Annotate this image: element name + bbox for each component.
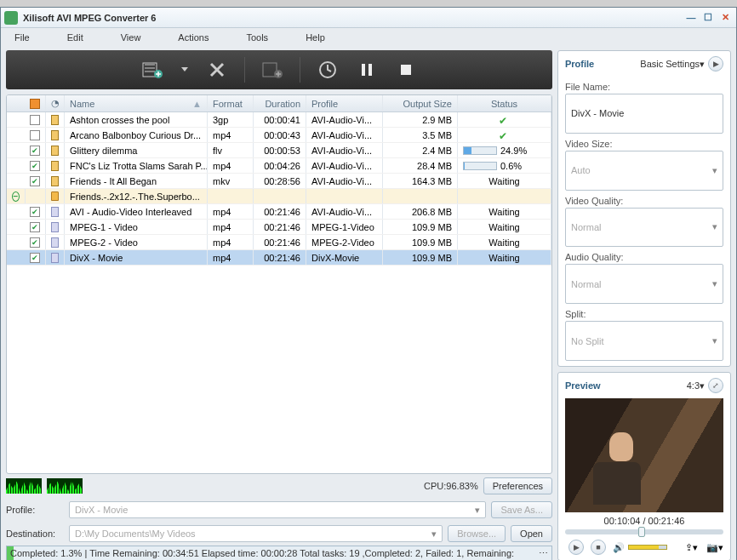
- preview-seek-slider[interactable]: [565, 529, 723, 534]
- minimize-button[interactable]: —: [683, 11, 699, 25]
- video-size-label: Video Size:: [565, 139, 723, 149]
- preview-expand-button[interactable]: ⤢: [708, 378, 723, 393]
- col-status-header[interactable]: Status: [458, 95, 551, 111]
- preview-panel: Preview 4:3▾ ⤢ 00:10:04 / 00:21:46 ▶ ■ 🔊…: [557, 372, 731, 560]
- app-icon: [4, 11, 18, 25]
- file-icon: [51, 176, 59, 186]
- row-name: DivX - Movie: [65, 250, 208, 265]
- profile-icon: [51, 207, 59, 217]
- row-checkbox[interactable]: [30, 176, 40, 186]
- menu-actions[interactable]: Actions: [178, 32, 209, 43]
- col-icon-header[interactable]: ◔: [46, 95, 65, 111]
- save-as-button[interactable]: Save As...: [491, 501, 552, 518]
- svg-rect-7: [401, 65, 411, 75]
- col-format-header[interactable]: Format: [208, 95, 254, 111]
- menubar: File Edit View Actions Tools Help: [1, 28, 736, 47]
- cpu-graph-icon: [47, 478, 83, 494]
- volume-icon[interactable]: 🔊: [613, 542, 625, 553]
- row-checkbox[interactable]: [30, 222, 40, 232]
- table-row[interactable]: FNC's Liz Trotta Slams Sarah P...mp400:0…: [7, 158, 551, 174]
- profile-icon: [51, 253, 59, 263]
- table-row[interactable]: MPEG-2 - Videomp400:21:46MPEG-2-Video109…: [7, 235, 551, 250]
- destination-combo[interactable]: D:\My Documents\My Videos▾: [69, 525, 443, 542]
- convert-button[interactable]: [316, 58, 340, 82]
- preview-stop-button[interactable]: ■: [591, 540, 606, 555]
- table-row[interactable]: MPEG-1 - Videomp400:21:46MPEG-1-Video109…: [7, 220, 551, 235]
- destination-label: Destination:: [6, 529, 64, 539]
- row-checkbox[interactable]: [30, 130, 40, 140]
- profile-panel: Profile Basic Settings▾ ▶ File Name: Div…: [557, 50, 731, 367]
- profile-mode-selector[interactable]: Basic Settings▾: [640, 59, 705, 70]
- video-size-combo[interactable]: Auto▾: [565, 151, 723, 191]
- open-button[interactable]: Open: [511, 525, 552, 542]
- file-icon: [51, 146, 59, 156]
- audio-quality-combo[interactable]: Normal▾: [565, 264, 723, 304]
- close-button[interactable]: ✕: [717, 11, 733, 25]
- row-name: Glittery dilemma: [65, 143, 208, 157]
- row-name: Arcano Balbonboy Curious Dr...: [65, 128, 208, 142]
- col-duration-header[interactable]: Duration: [254, 95, 306, 111]
- row-name: AVI - Audio-Video Interleaved: [65, 204, 208, 219]
- select-all-checkbox[interactable]: [30, 99, 40, 109]
- snapshot-icon[interactable]: 📷▾: [706, 542, 723, 553]
- row-checkbox[interactable]: [30, 161, 40, 171]
- profile-next-button[interactable]: ▶: [708, 56, 723, 71]
- add-file-button[interactable]: [140, 58, 164, 82]
- browse-button[interactable]: Browse...: [448, 525, 506, 542]
- check-icon: ✔: [499, 130, 511, 140]
- svg-rect-6: [368, 64, 372, 76]
- profile-combo[interactable]: DivX - Movie▾: [69, 501, 486, 518]
- maximize-button[interactable]: ☐: [700, 11, 716, 25]
- table-row[interactable]: Arcano Balbonboy Curious Dr...mp400:00:4…: [7, 128, 551, 143]
- preview-time: 00:10:04 / 00:21:46: [565, 516, 723, 526]
- split-combo[interactable]: No Split▾: [565, 321, 723, 361]
- row-name: Friends.-.2x12.-.The.Superbo...: [65, 189, 208, 203]
- cpu-row: CPU:96.83% Preferences: [6, 474, 552, 498]
- row-checkbox[interactable]: [30, 207, 40, 217]
- grid-header: ◔ Name▲ Format Duration Profile Output S…: [7, 95, 551, 112]
- table-row[interactable]: DivX - Moviemp400:21:46DivX-Movie109.9 M…: [7, 250, 551, 266]
- svg-rect-5: [362, 64, 365, 76]
- volume-slider[interactable]: [628, 545, 667, 550]
- menu-tools[interactable]: Tools: [246, 32, 268, 43]
- pause-button[interactable]: [355, 58, 379, 82]
- table-row[interactable]: Friends - It All Beganmkv00:28:56AVI-Aud…: [7, 174, 551, 189]
- menu-edit[interactable]: Edit: [67, 32, 83, 43]
- row-name: Friends - It All Began: [65, 174, 208, 188]
- video-quality-combo[interactable]: Normal▾: [565, 208, 723, 248]
- row-checkbox[interactable]: [30, 146, 40, 156]
- row-name: FNC's Liz Trotta Slams Sarah P...: [65, 158, 208, 173]
- add-profile-button[interactable]: [260, 58, 284, 82]
- preview-video[interactable]: [565, 398, 723, 512]
- table-row[interactable]: Glittery dilemmaflv00:00:53AVI-Audio-Vi.…: [7, 143, 551, 158]
- col-output-header[interactable]: Output Size: [383, 95, 458, 111]
- preview-play-button[interactable]: ▶: [568, 540, 584, 555]
- cpu-graph-icon: [6, 478, 42, 494]
- row-checkbox[interactable]: [30, 237, 40, 248]
- preferences-button[interactable]: Preferences: [483, 477, 552, 494]
- collapse-icon[interactable]: −: [12, 191, 20, 202]
- delete-button[interactable]: [205, 58, 229, 82]
- table-row[interactable]: −Friends.-.2x12.-.The.Superbo...: [7, 189, 551, 204]
- cpu-label: CPU:96.83%: [424, 481, 478, 491]
- file-name-input[interactable]: DivX - Movie: [565, 94, 723, 134]
- table-row[interactable]: Ashton crosses the pool3gp00:00:41AVI-Au…: [7, 112, 551, 128]
- profile-combo-label: Profile:: [6, 505, 64, 515]
- status-more-icon[interactable]: ⋯: [539, 548, 548, 559]
- preview-ratio-selector[interactable]: 4:3▾: [687, 380, 705, 391]
- menu-view[interactable]: View: [121, 32, 141, 43]
- share-icon[interactable]: ⇪▾: [685, 542, 698, 553]
- table-row[interactable]: AVI - Audio-Video Interleavedmp400:21:46…: [7, 204, 551, 220]
- menu-help[interactable]: Help: [306, 32, 325, 43]
- folder-icon: [51, 191, 59, 201]
- add-dropdown-icon[interactable]: [180, 58, 190, 82]
- app-window: Xilisoft AVI MPEG Converter 6 — ☐ ✕ File…: [0, 7, 737, 560]
- col-name-header[interactable]: Name▲: [65, 95, 208, 111]
- profile-icon: [51, 222, 59, 232]
- profile-panel-title: Profile: [565, 59, 594, 69]
- menu-file[interactable]: File: [14, 32, 30, 43]
- row-checkbox[interactable]: [30, 115, 40, 125]
- col-profile-header[interactable]: Profile: [306, 95, 383, 111]
- row-checkbox[interactable]: [30, 253, 40, 263]
- stop-button[interactable]: [394, 58, 418, 82]
